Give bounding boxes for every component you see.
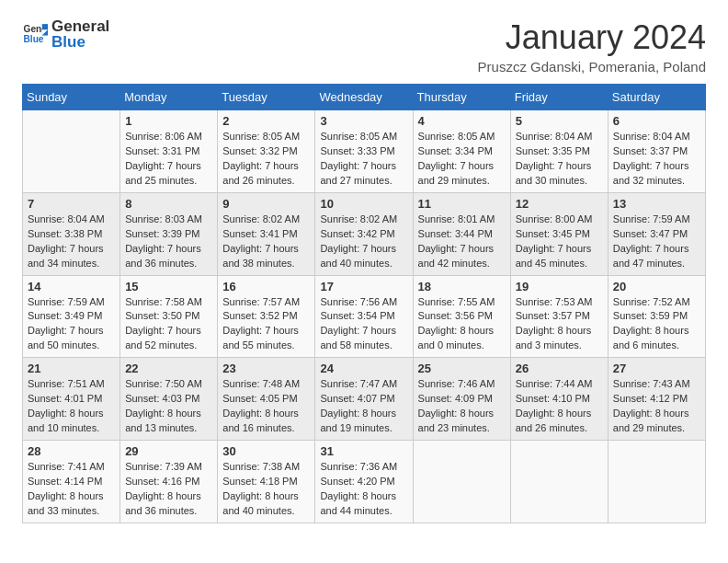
sunrise-text: Sunrise: 8:02 AM bbox=[222, 213, 310, 227]
day-number: 1 bbox=[125, 114, 212, 128]
day-info: Sunrise: 8:06 AMSunset: 3:31 PMDaylight:… bbox=[125, 130, 212, 189]
calendar-cell: 29Sunrise: 7:39 AMSunset: 4:16 PMDayligh… bbox=[120, 441, 218, 523]
day-info: Sunrise: 7:53 AMSunset: 3:57 PMDaylight:… bbox=[516, 295, 603, 354]
day-number: 28 bbox=[28, 444, 115, 458]
calendar-cell: 31Sunrise: 7:36 AMSunset: 4:20 PMDayligh… bbox=[315, 441, 413, 523]
day-number: 30 bbox=[222, 444, 310, 458]
sunrise-text: Sunrise: 7:46 AM bbox=[418, 377, 506, 392]
daylight-text: Daylight: 7 hours and 27 minutes. bbox=[320, 159, 407, 189]
day-info: Sunrise: 7:51 AMSunset: 4:01 PMDaylight:… bbox=[28, 377, 115, 436]
sunset-text: Sunset: 4:05 PM bbox=[222, 392, 310, 407]
calendar-cell: 24Sunrise: 7:47 AMSunset: 4:07 PMDayligh… bbox=[315, 358, 413, 441]
day-number: 2 bbox=[222, 114, 310, 128]
sunrise-text: Sunrise: 7:59 AM bbox=[28, 295, 115, 310]
sunrise-text: Sunrise: 8:04 AM bbox=[516, 130, 603, 144]
day-number: 25 bbox=[418, 362, 506, 375]
sunset-text: Sunset: 3:38 PM bbox=[28, 227, 115, 242]
day-info: Sunrise: 7:57 AMSunset: 3:52 PMDaylight:… bbox=[222, 295, 310, 354]
sunset-text: Sunset: 3:56 PM bbox=[418, 309, 506, 324]
day-number: 16 bbox=[222, 280, 310, 293]
day-number: 8 bbox=[125, 197, 212, 211]
svg-text:Blue: Blue bbox=[24, 34, 44, 44]
col-header-sunday: Sunday bbox=[23, 85, 120, 110]
calendar-cell: 8Sunrise: 8:03 AMSunset: 3:39 PMDaylight… bbox=[120, 192, 218, 275]
daylight-text: Daylight: 8 hours and 10 minutes. bbox=[28, 407, 115, 436]
day-info: Sunrise: 8:02 AMSunset: 3:42 PMDaylight:… bbox=[320, 213, 407, 271]
day-info: Sunrise: 8:00 AMSunset: 3:45 PMDaylight:… bbox=[516, 213, 603, 271]
calendar-cell bbox=[23, 110, 120, 193]
day-info: Sunrise: 7:56 AMSunset: 3:54 PMDaylight:… bbox=[320, 295, 407, 354]
daylight-text: Daylight: 8 hours and 44 minutes. bbox=[320, 489, 407, 519]
day-info: Sunrise: 7:36 AMSunset: 4:20 PMDaylight:… bbox=[320, 460, 407, 519]
day-info: Sunrise: 7:52 AMSunset: 3:59 PMDaylight:… bbox=[613, 295, 700, 354]
calendar-cell: 25Sunrise: 7:46 AMSunset: 4:09 PMDayligh… bbox=[413, 358, 510, 441]
sunset-text: Sunset: 3:47 PM bbox=[613, 227, 700, 242]
day-number: 7 bbox=[28, 197, 115, 211]
day-number: 27 bbox=[613, 362, 700, 375]
day-number: 26 bbox=[516, 362, 603, 375]
day-number: 18 bbox=[418, 280, 506, 293]
day-number: 11 bbox=[418, 197, 506, 211]
calendar-cell: 16Sunrise: 7:57 AMSunset: 3:52 PMDayligh… bbox=[218, 275, 315, 358]
sunset-text: Sunset: 3:59 PM bbox=[613, 309, 700, 324]
daylight-text: Daylight: 7 hours and 42 minutes. bbox=[418, 242, 506, 271]
day-info: Sunrise: 7:46 AMSunset: 4:09 PMDaylight:… bbox=[418, 377, 506, 436]
calendar-cell: 22Sunrise: 7:50 AMSunset: 4:03 PMDayligh… bbox=[120, 358, 218, 441]
sunset-text: Sunset: 3:37 PM bbox=[613, 144, 700, 159]
sunset-text: Sunset: 3:31 PM bbox=[125, 144, 212, 159]
day-info: Sunrise: 7:39 AMSunset: 4:16 PMDaylight:… bbox=[125, 460, 212, 519]
day-info: Sunrise: 8:04 AMSunset: 3:37 PMDaylight:… bbox=[613, 130, 700, 189]
daylight-text: Daylight: 7 hours and 52 minutes. bbox=[125, 324, 212, 353]
day-number: 21 bbox=[28, 362, 115, 375]
day-number: 22 bbox=[125, 362, 212, 375]
daylight-text: Daylight: 8 hours and 23 minutes. bbox=[418, 407, 506, 436]
calendar-cell: 1Sunrise: 8:06 AMSunset: 3:31 PMDaylight… bbox=[120, 110, 218, 193]
calendar-cell: 21Sunrise: 7:51 AMSunset: 4:01 PMDayligh… bbox=[23, 358, 120, 441]
sunrise-text: Sunrise: 7:50 AM bbox=[125, 377, 212, 392]
week-row-4: 21Sunrise: 7:51 AMSunset: 4:01 PMDayligh… bbox=[23, 358, 706, 441]
week-row-3: 14Sunrise: 7:59 AMSunset: 3:49 PMDayligh… bbox=[23, 275, 706, 358]
logo: General Blue General Blue bbox=[22, 18, 109, 50]
col-header-friday: Friday bbox=[510, 85, 608, 110]
calendar-table: SundayMondayTuesdayWednesdayThursdayFrid… bbox=[22, 84, 706, 523]
sunset-text: Sunset: 3:54 PM bbox=[320, 309, 407, 324]
sunrise-text: Sunrise: 7:55 AM bbox=[418, 295, 506, 310]
day-info: Sunrise: 7:43 AMSunset: 4:12 PMDaylight:… bbox=[613, 377, 700, 436]
day-number: 19 bbox=[516, 280, 603, 293]
sunset-text: Sunset: 3:44 PM bbox=[418, 227, 506, 242]
calendar-cell: 27Sunrise: 7:43 AMSunset: 4:12 PMDayligh… bbox=[608, 358, 705, 441]
sunset-text: Sunset: 4:03 PM bbox=[125, 392, 212, 407]
daylight-text: Daylight: 8 hours and 6 minutes. bbox=[613, 324, 700, 353]
sunrise-text: Sunrise: 7:41 AM bbox=[28, 460, 115, 475]
daylight-text: Daylight: 8 hours and 40 minutes. bbox=[222, 489, 310, 519]
sunrise-text: Sunrise: 7:36 AM bbox=[320, 460, 407, 475]
sunset-text: Sunset: 3:49 PM bbox=[28, 309, 115, 324]
sunrise-text: Sunrise: 7:51 AM bbox=[28, 377, 115, 392]
sunrise-text: Sunrise: 7:53 AM bbox=[516, 295, 603, 310]
calendar-cell: 5Sunrise: 8:04 AMSunset: 3:35 PMDaylight… bbox=[510, 110, 608, 193]
day-number: 3 bbox=[320, 114, 407, 128]
sunrise-text: Sunrise: 7:56 AM bbox=[320, 295, 407, 310]
calendar-cell bbox=[608, 441, 705, 523]
calendar-cell: 11Sunrise: 8:01 AMSunset: 3:44 PMDayligh… bbox=[413, 192, 510, 275]
sunset-text: Sunset: 3:52 PM bbox=[222, 309, 310, 324]
sunrise-text: Sunrise: 7:57 AM bbox=[222, 295, 310, 310]
day-info: Sunrise: 7:44 AMSunset: 4:10 PMDaylight:… bbox=[516, 377, 603, 436]
sunset-text: Sunset: 4:18 PM bbox=[222, 475, 310, 489]
calendar-cell: 23Sunrise: 7:48 AMSunset: 4:05 PMDayligh… bbox=[218, 358, 315, 441]
logo-general-text: General bbox=[51, 18, 109, 34]
daylight-text: Daylight: 8 hours and 13 minutes. bbox=[125, 407, 212, 436]
day-number: 5 bbox=[516, 114, 603, 128]
sunset-text: Sunset: 4:14 PM bbox=[28, 475, 115, 489]
daylight-text: Daylight: 8 hours and 36 minutes. bbox=[125, 489, 212, 519]
day-number: 13 bbox=[613, 197, 700, 211]
sunset-text: Sunset: 3:32 PM bbox=[222, 144, 310, 159]
calendar-cell: 12Sunrise: 8:00 AMSunset: 3:45 PMDayligh… bbox=[510, 192, 608, 275]
calendar-cell: 7Sunrise: 8:04 AMSunset: 3:38 PMDaylight… bbox=[23, 192, 120, 275]
sunrise-text: Sunrise: 7:58 AM bbox=[125, 295, 212, 310]
sunset-text: Sunset: 3:34 PM bbox=[418, 144, 506, 159]
sunrise-text: Sunrise: 8:06 AM bbox=[125, 130, 212, 144]
calendar-cell: 30Sunrise: 7:38 AMSunset: 4:18 PMDayligh… bbox=[218, 441, 315, 523]
calendar-cell: 3Sunrise: 8:05 AMSunset: 3:33 PMDaylight… bbox=[315, 110, 413, 193]
calendar-cell bbox=[413, 441, 510, 523]
